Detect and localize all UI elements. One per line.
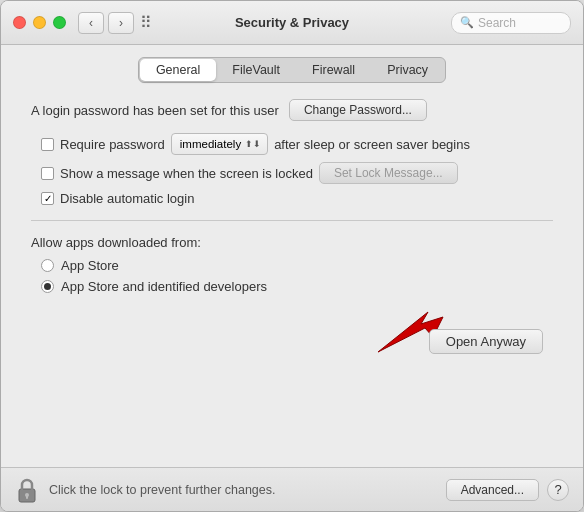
forward-button[interactable]: › [108, 12, 134, 34]
app-store-developers-label: App Store and identified developers [61, 279, 267, 294]
dropdown-value: immediately [180, 138, 241, 150]
open-anyway-button[interactable]: Open Anyway [429, 329, 543, 354]
options-section: Require password immediately ⬆⬇ after sl… [41, 133, 553, 206]
require-password-checkbox[interactable] [41, 138, 54, 151]
app-store-row: App Store [41, 258, 553, 273]
window-title: Security & Privacy [235, 15, 349, 30]
grid-button[interactable]: ⠿ [140, 13, 152, 32]
traffic-lights [13, 16, 66, 29]
login-section: A login password has been set for this u… [31, 99, 553, 121]
app-store-developers-row: App Store and identified developers [41, 279, 553, 294]
after-sleep-label: after sleep or screen saver begins [274, 137, 470, 152]
disable-login-row: ✓ Disable automatic login [41, 191, 553, 206]
lock-icon[interactable] [15, 477, 41, 503]
show-message-row: Show a message when the screen is locked… [41, 162, 553, 184]
login-password-text: A login password has been set for this u… [31, 103, 279, 118]
search-icon: 🔍 [460, 16, 474, 29]
app-store-developers-radio[interactable] [41, 280, 54, 293]
dropdown-arrow-icon: ⬆⬇ [245, 139, 261, 149]
help-button[interactable]: ? [547, 479, 569, 501]
allow-apps-label: Allow apps downloaded from: [31, 235, 553, 250]
tabs: General FileVault Firewall Privacy [138, 57, 446, 83]
require-password-dropdown[interactable]: immediately ⬆⬇ [171, 133, 268, 155]
show-message-label: Show a message when the screen is locked [60, 166, 313, 181]
require-password-label: Require password [60, 137, 165, 152]
content-area: A login password has been set for this u… [1, 83, 583, 467]
lock-svg [15, 477, 39, 505]
show-message-checkbox[interactable] [41, 167, 54, 180]
tab-general[interactable]: General [140, 59, 216, 81]
divider [31, 220, 553, 221]
back-button[interactable]: ‹ [78, 12, 104, 34]
open-anyway-container: Open Anyway [31, 304, 553, 364]
advanced-button[interactable]: Advanced... [446, 479, 539, 501]
tab-filevault[interactable]: FileVault [216, 59, 296, 81]
svg-rect-3 [26, 495, 28, 499]
tabs-container: General FileVault Firewall Privacy [1, 45, 583, 83]
app-store-radio[interactable] [41, 259, 54, 272]
minimize-button[interactable] [33, 16, 46, 29]
maximize-button[interactable] [53, 16, 66, 29]
title-bar: ‹ › ⠿ Security & Privacy 🔍 Search [1, 1, 583, 45]
app-store-label: App Store [61, 258, 119, 273]
nav-buttons: ‹ › [78, 12, 134, 34]
disable-login-label: Disable automatic login [60, 191, 194, 206]
main-window: ‹ › ⠿ Security & Privacy 🔍 Search Genera… [0, 0, 584, 512]
lock-text: Click the lock to prevent further change… [49, 483, 446, 497]
tab-privacy[interactable]: Privacy [371, 59, 444, 81]
tab-firewall[interactable]: Firewall [296, 59, 371, 81]
set-lock-message-button[interactable]: Set Lock Message... [319, 162, 458, 184]
radio-group: App Store App Store and identified devel… [41, 258, 553, 294]
search-placeholder: Search [478, 16, 516, 30]
change-password-button[interactable]: Change Password... [289, 99, 427, 121]
bottom-bar: Click the lock to prevent further change… [1, 467, 583, 511]
close-button[interactable] [13, 16, 26, 29]
search-bar[interactable]: 🔍 Search [451, 12, 571, 34]
require-password-row: Require password immediately ⬆⬇ after sl… [41, 133, 553, 155]
allow-apps-section: Allow apps downloaded from: App Store Ap… [31, 235, 553, 294]
disable-login-checkbox[interactable]: ✓ [41, 192, 54, 205]
